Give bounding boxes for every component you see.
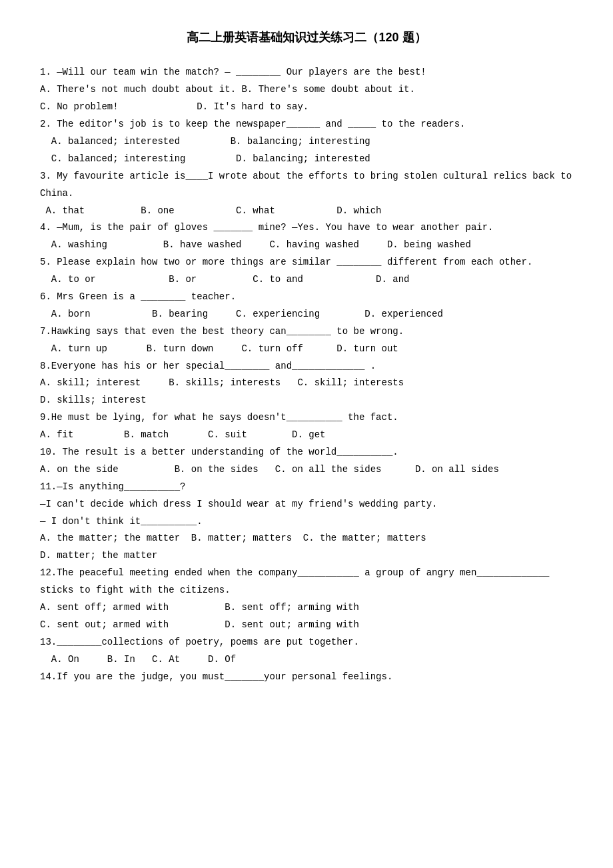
questions-content: 1. —Will our team win the match? — _____… xyxy=(40,64,573,685)
page-title: 高二上册英语基础知识过关练习二（120 题） xyxy=(40,27,573,48)
